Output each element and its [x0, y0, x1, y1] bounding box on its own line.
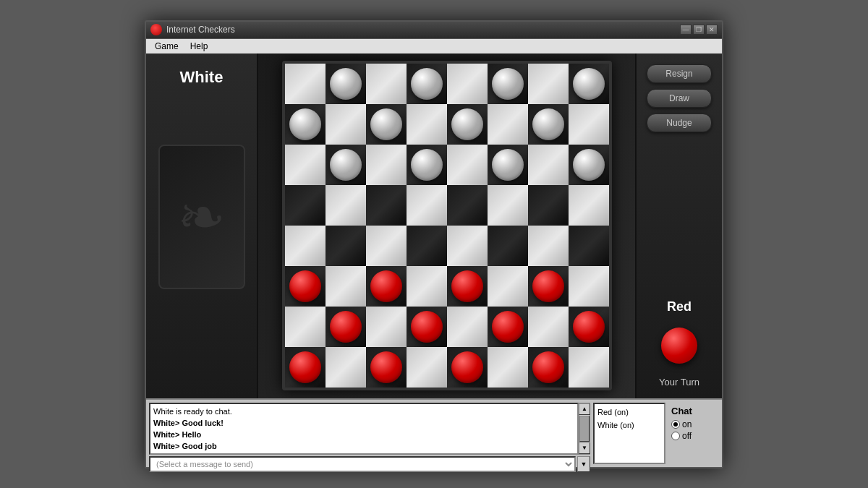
- cell-7-0[interactable]: [285, 347, 326, 388]
- chat-off-radio[interactable]: [671, 432, 680, 440]
- piece-red-7-4[interactable]: [451, 351, 483, 383]
- cell-3-2[interactable]: [366, 185, 407, 226]
- cell-3-6[interactable]: [528, 185, 569, 226]
- cell-2-6[interactable]: [528, 145, 569, 185]
- piece-white-0-5[interactable]: [492, 68, 524, 100]
- cell-3-5[interactable]: [488, 185, 528, 226]
- piece-white-2-7[interactable]: [573, 149, 605, 181]
- scroll-up-button[interactable]: ▲: [579, 403, 590, 415]
- piece-red-5-4[interactable]: [451, 270, 483, 302]
- cell-2-5[interactable]: [488, 145, 528, 185]
- message-select[interactable]: (Select a message to send): [149, 456, 576, 472]
- checkers-board[interactable]: [285, 64, 609, 388]
- cell-0-2[interactable]: [366, 64, 407, 104]
- piece-red-5-2[interactable]: [370, 270, 402, 302]
- cell-6-0[interactable]: [285, 307, 326, 347]
- close-button[interactable]: ✕: [706, 25, 718, 35]
- cell-3-0[interactable]: [285, 185, 326, 226]
- piece-red-5-0[interactable]: [289, 270, 321, 302]
- cell-6-7[interactable]: [569, 307, 609, 347]
- cell-2-7[interactable]: [569, 145, 609, 185]
- cell-4-3[interactable]: [407, 226, 447, 266]
- piece-red-6-3[interactable]: [411, 311, 443, 343]
- piece-white-1-4[interactable]: [451, 108, 483, 140]
- cell-5-1[interactable]: [326, 266, 366, 307]
- cell-2-4[interactable]: [447, 145, 488, 185]
- cell-6-2[interactable]: [366, 307, 407, 347]
- cell-1-3[interactable]: [407, 104, 447, 145]
- cell-7-1[interactable]: [326, 347, 366, 388]
- piece-red-7-6[interactable]: [532, 351, 564, 383]
- cell-2-2[interactable]: [366, 145, 407, 185]
- piece-white-0-7[interactable]: [573, 68, 605, 100]
- piece-red-7-0[interactable]: [289, 351, 321, 383]
- cell-6-3[interactable]: [407, 307, 447, 347]
- cell-0-4[interactable]: [447, 64, 488, 104]
- cell-1-2[interactable]: [366, 104, 407, 145]
- cell-0-6[interactable]: [528, 64, 569, 104]
- piece-white-1-2[interactable]: [370, 108, 402, 140]
- cell-3-1[interactable]: [326, 185, 366, 226]
- message-send-arrow[interactable]: ▼: [577, 456, 590, 472]
- cell-7-5[interactable]: [488, 347, 528, 388]
- cell-4-4[interactable]: [447, 226, 488, 266]
- chat-scrollbar[interactable]: ▲ ▼: [579, 403, 590, 455]
- cell-1-7[interactable]: [569, 104, 609, 145]
- cell-3-4[interactable]: [447, 185, 488, 226]
- cell-4-0[interactable]: [285, 226, 326, 266]
- cell-5-0[interactable]: [285, 266, 326, 307]
- cell-1-0[interactable]: [285, 104, 326, 145]
- piece-white-2-3[interactable]: [411, 149, 443, 181]
- menu-help[interactable]: Help: [184, 41, 214, 51]
- cell-5-6[interactable]: [528, 266, 569, 307]
- cell-6-5[interactable]: [488, 307, 528, 347]
- piece-red-6-7[interactable]: [573, 311, 605, 343]
- cell-6-1[interactable]: [326, 307, 366, 347]
- cell-5-7[interactable]: [569, 266, 609, 307]
- cell-5-3[interactable]: [407, 266, 447, 307]
- chat-on-radio[interactable]: [671, 420, 680, 429]
- piece-red-7-2[interactable]: [370, 351, 402, 383]
- cell-6-6[interactable]: [528, 307, 569, 347]
- cell-4-2[interactable]: [366, 226, 407, 266]
- cell-4-1[interactable]: [326, 226, 366, 266]
- cell-1-5[interactable]: [488, 104, 528, 145]
- cell-0-3[interactable]: [407, 64, 447, 104]
- cell-0-7[interactable]: [569, 64, 609, 104]
- minimize-button[interactable]: —: [680, 25, 692, 35]
- cell-7-3[interactable]: [407, 347, 447, 388]
- restore-button[interactable]: ❐: [693, 25, 705, 35]
- cell-0-0[interactable]: [285, 64, 326, 104]
- cell-0-5[interactable]: [488, 64, 528, 104]
- cell-2-0[interactable]: [285, 145, 326, 185]
- cell-1-6[interactable]: [528, 104, 569, 145]
- piece-red-6-1[interactable]: [330, 311, 362, 343]
- cell-4-7[interactable]: [569, 226, 609, 266]
- cell-0-1[interactable]: [326, 64, 366, 104]
- piece-white-0-3[interactable]: [411, 68, 443, 100]
- cell-4-6[interactable]: [528, 226, 569, 266]
- cell-1-1[interactable]: [326, 104, 366, 145]
- piece-red-5-6[interactable]: [532, 270, 564, 302]
- piece-white-1-6[interactable]: [532, 108, 564, 140]
- cell-6-4[interactable]: [447, 307, 488, 347]
- cell-7-4[interactable]: [447, 347, 488, 388]
- cell-5-2[interactable]: [366, 266, 407, 307]
- piece-red-6-5[interactable]: [492, 311, 524, 343]
- cell-1-4[interactable]: [447, 104, 488, 145]
- scroll-thumb[interactable]: [579, 416, 590, 442]
- piece-white-1-0[interactable]: [289, 108, 321, 140]
- menu-game[interactable]: Game: [149, 41, 184, 51]
- piece-white-0-1[interactable]: [330, 68, 362, 100]
- cell-7-7[interactable]: [569, 347, 609, 388]
- piece-white-2-5[interactable]: [492, 149, 524, 181]
- cell-3-3[interactable]: [407, 185, 447, 226]
- nudge-button[interactable]: Nudge: [647, 114, 712, 132]
- cell-7-6[interactable]: [528, 347, 569, 388]
- piece-white-2-1[interactable]: [330, 149, 362, 181]
- cell-3-7[interactable]: [569, 185, 609, 226]
- draw-button[interactable]: Draw: [647, 89, 712, 108]
- cell-5-4[interactable]: [447, 266, 488, 307]
- scroll-down-button[interactable]: ▼: [579, 442, 590, 454]
- resign-button[interactable]: Resign: [647, 64, 712, 83]
